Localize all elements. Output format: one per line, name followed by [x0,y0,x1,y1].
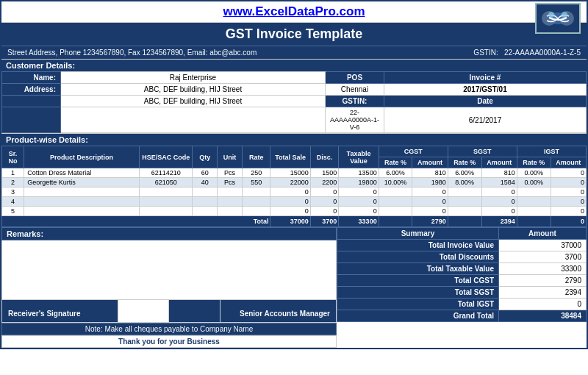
senior-sig: Senior Accounts Manager [220,300,336,322]
sum-label-4: Total SGST [337,287,499,299]
sum-label-5: Total IGST [337,299,499,310]
empty-label [2,107,61,133]
page-title: GST Invoice Template [226,26,363,41]
pos-value: Chennai [326,84,384,96]
sig-space1 [118,300,169,322]
th-taxable: Taxable Value [339,146,379,168]
th-igst-rate: Rate % [517,157,551,168]
address2-value: ABC, DEF building, HIJ Street [61,96,326,107]
th-disc: Disc. [310,146,339,168]
th-sgst: SGST [448,146,517,157]
sig-space2 [169,300,220,322]
table-row: 4 0 0 0 0 0 0 [2,197,587,207]
date-label: Date [384,96,587,107]
th-sr-no: Sr. No [2,146,24,168]
th-igst: IGST [517,146,586,157]
summary-table: Summary Amount Total Invoice Value 37000… [337,227,587,322]
table-row: 5 0 0 0 0 0 0 [2,207,587,216]
th-igst-amt: Amount [551,157,586,168]
total-sgst-amt: 2394 [481,216,517,227]
total-igst-rate [517,216,551,227]
sum-label-6: Grand Total [337,310,499,322]
total-cgst-rate [379,216,412,227]
note-bar: Note: Make all cheques payable to Compan… [1,323,337,335]
date-value: 6/21/2017 [384,107,587,133]
gstin-label: GSTIN: [473,49,498,57]
total-cgst-amt: 2790 [412,216,448,227]
th-product-desc: Product Description [24,146,140,168]
website-link[interactable]: www.ExcelDataPro.com [223,4,365,19]
address1-value: ABC, DEF building, HIJ Street [61,84,326,96]
handshake-icon [538,4,578,32]
company-gstin: GSTIN: 22-AAAAA0000A-1-Z-5 [473,49,581,57]
totals-row: Total 37000 3700 33300 2790 2394 0 [2,216,587,227]
title-bar: GST Invoice Template [1,23,587,46]
gstin-row-value: 22-AAAAA0000A-1-V-6 [326,107,384,133]
table-row: 3 0 0 0 0 0 0 [2,188,587,197]
remarks-header: Remarks: [1,227,337,240]
customer-table: Name: Raj Enterprise POS Invoice # Addre… [1,71,587,133]
total-sale-val: 37000 [270,216,310,227]
name-value: Raj Enterprise [61,72,326,84]
total-disc-val: 3700 [310,216,339,227]
sum-value-6: 38484 [499,310,587,322]
company-info-bar: Street Address, Phone 1234567890, Fax 12… [1,46,587,59]
summary-header: Summary [337,228,499,240]
summary-section: Summary Amount Total Invoice Value 37000… [337,227,587,348]
th-cgst: CGST [379,146,448,157]
amount-header: Amount [499,228,587,240]
invoice-value: 2017/GST/01 [384,84,587,96]
thanks-bar: Thank you for your Business [1,335,337,348]
total-igst-amt: 0 [551,216,586,227]
logo-box [535,3,581,34]
company-address: Street Address, Phone 1234567890, Fax 12… [7,49,257,57]
sum-label-0: Total Invoice Value [337,240,499,251]
invoice-label: Invoice # [384,72,587,84]
total-taxable-val: 33300 [339,216,379,227]
sum-value-3: 2790 [499,275,587,287]
sum-value-2: 33300 [499,263,587,275]
product-table: Sr. No Product Description HSE/SAC Code … [1,146,587,227]
sum-value-0: 37000 [499,240,587,251]
svg-point-4 [548,12,554,18]
receiver-sig: Receiver's Signature [2,300,118,322]
th-cgst-amt: Amount [412,157,448,168]
th-sgst-rate: Rate % [448,157,481,168]
table-row: 2 Georgette Kurtis 621050 40 Pcs 550 220… [2,178,587,188]
th-rate: Rate [242,146,270,168]
th-cgst-rate: Rate % [379,157,412,168]
customer-section-header: Customer Details: [1,59,587,71]
th-hse-sac: HSE/SAC Code [139,146,192,168]
th-sgst-amt: Amount [481,157,517,168]
gstin-row-label: GSTIN: [326,96,384,107]
svg-point-5 [562,12,567,18]
sum-value-1: 3700 [499,251,587,263]
name-label: Name: [2,72,61,84]
address-label: Address: [2,84,61,96]
table-row: 1 Cotton Dress Material 62114210 60 Pcs … [2,168,587,178]
pos-label: POS [326,72,384,84]
total-label: Total [2,216,270,227]
gstin-value: 22-AAAAA0000A-1-Z-5 [504,49,581,57]
sum-label-1: Total Discounts [337,251,499,263]
total-sgst-rate [448,216,481,227]
sum-label-2: Total Taxable Value [337,263,499,275]
th-unit: Unit [218,146,243,168]
product-section-header: Product-wise Details: [1,133,587,146]
address-label2 [2,96,61,107]
th-qty: Qty [193,146,218,168]
th-total-sale: Total Sale [270,146,310,168]
sum-label-3: Total CGST [337,275,499,287]
sum-value-5: 0 [499,299,587,310]
empty-value [61,107,326,133]
sum-value-4: 2394 [499,287,587,299]
